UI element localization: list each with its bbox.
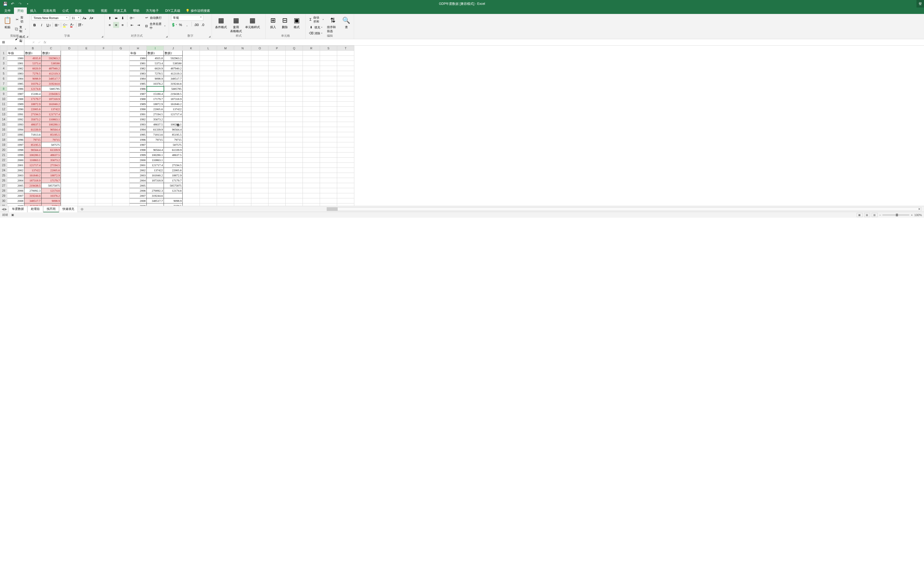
cell[interactable]: [251, 168, 269, 173]
row-header-16[interactable]: 16: [0, 127, 7, 132]
cell[interactable]: [183, 107, 200, 112]
tell-me-search[interactable]: 💡操作说明搜索: [183, 8, 212, 14]
cell[interactable]: [61, 71, 78, 76]
cell-A4[interactable]: 1982: [7, 66, 25, 71]
cell[interactable]: [95, 51, 112, 56]
cell-C5[interactable]: 412119.3: [42, 71, 61, 76]
cell[interactable]: [61, 158, 78, 163]
cell[interactable]: [337, 158, 354, 163]
cell[interactable]: [217, 163, 234, 168]
cell[interactable]: [269, 158, 286, 163]
cell[interactable]: [234, 198, 251, 203]
col-header-J[interactable]: J: [164, 46, 183, 51]
cell[interactable]: [269, 51, 286, 56]
cell[interactable]: [251, 152, 269, 158]
cell[interactable]: [320, 107, 337, 112]
cell-B30[interactable]: 348517.7: [25, 198, 42, 203]
col-header-A[interactable]: A: [7, 46, 25, 51]
cell[interactable]: [234, 92, 251, 96]
cell[interactable]: [234, 101, 251, 107]
row-header-17[interactable]: 17: [0, 132, 7, 137]
cell[interactable]: [251, 122, 269, 127]
increase-decimal-icon[interactable]: .00: [193, 22, 199, 28]
cell[interactable]: [269, 71, 286, 76]
cell-H18[interactable]: 1996: [129, 137, 147, 142]
cell-B13[interactable]: 27194.5: [25, 112, 42, 117]
cell[interactable]: [78, 198, 95, 203]
cell[interactable]: [217, 142, 234, 147]
cell[interactable]: [286, 61, 303, 66]
cell-A3[interactable]: 1981: [7, 61, 25, 66]
cell[interactable]: [320, 76, 337, 81]
cell[interactable]: [269, 168, 286, 173]
cell[interactable]: [320, 86, 337, 92]
cell[interactable]: [337, 76, 354, 81]
cell-H17[interactable]: 1995: [129, 132, 147, 137]
cell[interactable]: [95, 188, 112, 193]
cell-A27[interactable]: 2005: [7, 183, 25, 188]
redo-icon[interactable]: ↷: [17, 1, 23, 7]
cell[interactable]: [217, 183, 234, 188]
cell[interactable]: [269, 92, 286, 96]
cell-I24[interactable]: 137422: [147, 168, 164, 173]
cell[interactable]: [217, 127, 234, 132]
ribbon-tab-1[interactable]: 开始: [14, 8, 27, 14]
number-format-select[interactable]: 常规▾: [171, 15, 203, 21]
cell-I14[interactable]: 35673.2: [147, 117, 164, 122]
cell[interactable]: [337, 86, 354, 92]
ribbon-tab-4[interactable]: 公式: [59, 8, 72, 14]
row-header-13[interactable]: 13: [0, 112, 7, 117]
cell[interactable]: [303, 122, 320, 127]
cell[interactable]: [217, 107, 234, 112]
cell[interactable]: [337, 81, 354, 86]
cell-B28[interactable]: 270092.3: [25, 188, 42, 193]
cell[interactable]: [95, 137, 112, 142]
cell[interactable]: [286, 86, 303, 92]
cell[interactable]: [286, 188, 303, 193]
cell[interactable]: [320, 61, 337, 66]
cell[interactable]: [200, 193, 217, 198]
cell[interactable]: [183, 188, 200, 193]
cell-J19[interactable]: 587575: [164, 142, 183, 147]
cell[interactable]: [112, 71, 129, 76]
cell[interactable]: [200, 101, 217, 107]
cell[interactable]: [95, 183, 112, 188]
cell[interactable]: [95, 142, 112, 147]
cell[interactable]: [200, 71, 217, 76]
cell-J30[interactable]: 9098.9: [164, 198, 183, 203]
cell[interactable]: [78, 168, 95, 173]
cell-C23[interactable]: 27194.5: [42, 163, 61, 168]
cell[interactable]: [95, 158, 112, 163]
cell[interactable]: [112, 112, 129, 117]
cell[interactable]: [78, 61, 95, 66]
cell-B22[interactable]: 110863.1: [25, 158, 42, 163]
cell-A12[interactable]: 1990: [7, 107, 25, 112]
cell[interactable]: [61, 152, 78, 158]
cell[interactable]: [286, 92, 303, 96]
cell-J1[interactable]: 数据2: [164, 51, 183, 56]
cell-A24[interactable]: 2002: [7, 168, 25, 173]
cell[interactable]: [269, 188, 286, 193]
cell[interactable]: [78, 158, 95, 163]
cell-C16[interactable]: 90564.4: [42, 127, 61, 132]
cell[interactable]: [303, 92, 320, 96]
cell[interactable]: [251, 188, 269, 193]
cell[interactable]: [217, 193, 234, 198]
font-name-select[interactable]: Times New Roman▾: [32, 16, 69, 20]
cell[interactable]: [112, 127, 129, 132]
cell[interactable]: [269, 173, 286, 178]
cell-J27[interactable]: 58575875: [164, 183, 183, 188]
sheet-tab-2[interactable]: 找不同: [43, 206, 59, 212]
cell[interactable]: [234, 56, 251, 61]
cell[interactable]: [61, 188, 78, 193]
cell[interactable]: [303, 107, 320, 112]
col-header-O[interactable]: O: [251, 46, 269, 51]
cell[interactable]: [112, 152, 129, 158]
autosum-button[interactable]: Σ自动求和 ▾: [308, 15, 325, 24]
cell[interactable]: [61, 132, 78, 137]
row-header-18[interactable]: 18: [0, 137, 7, 142]
formula-input[interactable]: [49, 42, 924, 43]
cell[interactable]: [320, 183, 337, 188]
cell[interactable]: [286, 132, 303, 137]
cell[interactable]: [200, 168, 217, 173]
